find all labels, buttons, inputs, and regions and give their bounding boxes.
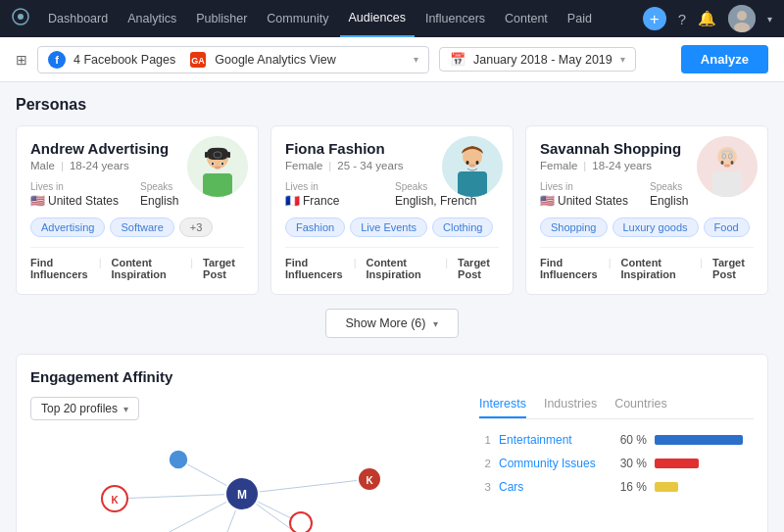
- svg-text:K: K: [366, 475, 373, 486]
- show-more-chevron-icon: ▾: [433, 318, 438, 329]
- nav-item-content[interactable]: Content: [496, 0, 557, 37]
- tab-interests[interactable]: Interests: [479, 397, 526, 418]
- andrew-tags: Advertising Software +3: [30, 218, 244, 237]
- engagement-section: Engagement Affinity Top 20 profiles ▾: [16, 354, 768, 532]
- date-range-label: January 2018 - May 2019: [473, 53, 612, 67]
- row-3-pct: 16 %: [610, 480, 647, 494]
- row-2-num: 2: [479, 458, 491, 469]
- date-selector[interactable]: 📅 January 2018 - May 2019 ▾: [439, 47, 636, 72]
- analyze-button[interactable]: Analyze: [681, 45, 768, 73]
- persona-card-savannah: Savannah Shopping Female | 18-24 years L…: [525, 125, 768, 295]
- nav-item-dashboard[interactable]: Dashboard: [39, 0, 117, 37]
- tag-fashion[interactable]: Fashion: [285, 218, 345, 237]
- tag-software[interactable]: Software: [110, 218, 173, 237]
- andrew-lives-in: Lives in 🇺🇸 United States: [30, 181, 134, 208]
- savannah-content-inspiration[interactable]: Content Inspiration: [620, 257, 690, 280]
- tab-countries[interactable]: Countries: [614, 397, 667, 418]
- data-row-1: 1 Entertainment 60 %: [479, 433, 754, 447]
- svg-point-29: [721, 161, 724, 165]
- nav-chevron-icon[interactable]: ▾: [767, 14, 772, 24]
- tag-food[interactable]: Food: [704, 218, 750, 237]
- tag-luxury-goods[interactable]: Luxury goods: [612, 218, 699, 237]
- row-3-label[interactable]: Cars: [499, 480, 602, 494]
- row-2-label[interactable]: Community Issues: [499, 457, 602, 470]
- savannah-target-post[interactable]: Target Post: [712, 257, 754, 280]
- tag-clothing[interactable]: Clothing: [432, 218, 493, 237]
- savannah-avatar: [697, 136, 758, 197]
- fiona-lives-in: Lives in 🇫🇷 France: [285, 181, 389, 208]
- svg-rect-32: [729, 154, 733, 159]
- ga-icon: GA: [189, 51, 207, 69]
- nav-item-publisher[interactable]: Publisher: [187, 0, 256, 37]
- svg-rect-27: [712, 171, 742, 197]
- andrew-content-inspiration[interactable]: Content Inspiration: [111, 257, 180, 280]
- svg-point-33: [724, 165, 730, 168]
- personas-section-title: Personas: [16, 96, 768, 114]
- svg-rect-13: [227, 152, 230, 158]
- persona-card-andrew: Andrew Advertising Male | 18-24 years Li…: [16, 125, 259, 295]
- source-selector[interactable]: f 4 Facebook Pages GA Google Analytics V…: [37, 46, 429, 73]
- andrew-target-post[interactable]: Target Post: [203, 257, 244, 280]
- nav-item-paid[interactable]: Paid: [559, 0, 601, 37]
- fiona-find-influencers[interactable]: Find Influencers: [285, 257, 344, 280]
- toolbar-squares-icon[interactable]: ⊞: [16, 52, 27, 68]
- row-1-bar: [655, 435, 743, 445]
- network-chart-svg: M K K: [30, 430, 464, 532]
- nav-item-audiences[interactable]: Audiences: [340, 0, 415, 37]
- avatar[interactable]: [728, 5, 756, 32]
- nav-item-analytics[interactable]: Analytics: [119, 0, 185, 37]
- svg-point-17: [221, 163, 223, 166]
- ga-source-label: Google Analytics View: [215, 53, 335, 67]
- facebook-icon: f: [48, 51, 66, 69]
- data-row-2: 2 Community Issues 30 %: [479, 457, 754, 470]
- fiona-actions: Find Influencers | Content Inspiration |…: [285, 247, 499, 280]
- svg-point-3: [737, 11, 747, 21]
- row-1-label[interactable]: Entertainment: [499, 433, 602, 447]
- chart-area: Top 20 profiles ▾: [30, 397, 464, 532]
- data-rows: 1 Entertainment 60 % 2 Community Issues …: [479, 429, 754, 494]
- nav-item-influencers[interactable]: Influencers: [416, 0, 494, 37]
- svg-rect-9: [203, 173, 232, 197]
- add-button[interactable]: +: [643, 7, 666, 30]
- andrew-avatar: [187, 136, 248, 197]
- tag-more-andrew[interactable]: +3: [179, 218, 214, 237]
- svg-point-18: [215, 167, 220, 169]
- tag-live-events[interactable]: Live Events: [350, 218, 427, 237]
- network-chart: M K K: [30, 430, 464, 532]
- help-icon[interactable]: ?: [678, 11, 686, 27]
- data-tabs: Interests Industries Countries: [479, 397, 754, 419]
- svg-point-16: [212, 163, 214, 166]
- tab-industries[interactable]: Industries: [544, 397, 597, 418]
- andrew-find-influencers[interactable]: Find Influencers: [30, 257, 89, 280]
- svg-text:GA: GA: [192, 56, 206, 66]
- calendar-icon: 📅: [450, 52, 466, 67]
- tag-advertising[interactable]: Advertising: [30, 218, 105, 237]
- nav-actions: + ? 🔔 ▾: [643, 5, 772, 32]
- nav-item-community[interactable]: Community: [258, 0, 337, 37]
- fiona-content-inspiration[interactable]: Content Inspiration: [366, 257, 435, 280]
- savannah-find-influencers[interactable]: Find Influencers: [540, 257, 599, 280]
- svg-point-48: [290, 512, 312, 532]
- profile-select[interactable]: Top 20 profiles ▾: [30, 397, 139, 420]
- savannah-lives-in: Lives in 🇺🇸 United States: [540, 181, 644, 208]
- fb-source-label: 4 Facebook Pages: [74, 53, 175, 67]
- svg-point-25: [469, 165, 475, 168]
- engagement-body: Top 20 profiles ▾: [30, 397, 754, 532]
- data-row-3: 3 Cars 16 %: [479, 480, 754, 494]
- show-more-container: Show More (6) ▾: [16, 309, 768, 338]
- main-nav: Dashboard Analytics Publisher Community …: [0, 0, 784, 37]
- logo-icon: [12, 8, 29, 30]
- svg-point-1: [18, 14, 24, 20]
- svg-line-35: [115, 494, 242, 499]
- toolbar: ⊞ f 4 Facebook Pages GA Google Analytics…: [0, 37, 784, 82]
- fiona-target-post[interactable]: Target Post: [458, 257, 499, 280]
- bell-icon[interactable]: 🔔: [698, 10, 716, 27]
- row-2-bar: [655, 459, 699, 468]
- savannah-tags: Shopping Luxury goods Food: [540, 218, 754, 237]
- tag-shopping[interactable]: Shopping: [540, 218, 608, 237]
- row-1-pct: 60 %: [610, 433, 647, 447]
- data-area: Interests Industries Countries 1 Enterta…: [479, 397, 754, 532]
- show-more-button[interactable]: Show More (6) ▾: [325, 309, 460, 338]
- profile-select-chevron-icon: ▾: [123, 404, 128, 414]
- svg-rect-31: [722, 154, 726, 159]
